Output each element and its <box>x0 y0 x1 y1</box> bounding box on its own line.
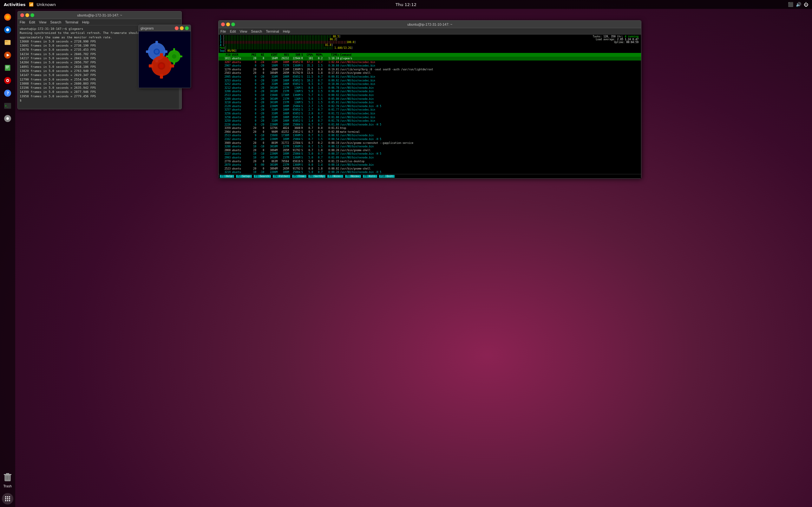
process-row[interactable]: 1811ubuntu200184M2923222944R1010.21:10.2… <box>218 57 641 60</box>
glxgears-close-button[interactable] <box>175 26 179 30</box>
dock-icon-rhythmbox[interactable] <box>2 49 13 61</box>
terminal2-maximize-button[interactable] <box>231 22 235 26</box>
svg-rect-48 <box>149 64 153 67</box>
terminal1-controls <box>20 13 34 17</box>
menu-terminal[interactable]: Terminal <box>65 20 78 24</box>
glxgears-title: glxgears <box>141 26 154 30</box>
process-row[interactable]: 2868ubuntu2003894M285M91792S0.71.80:00.2… <box>218 149 641 153</box>
network-label[interactable]: Unknown <box>37 2 56 7</box>
htop-footer-quit[interactable]: F10Quit <box>379 175 395 178</box>
process-row[interactable]: 3258ubuntu0-20310M106M65052S1.40.70:01.8… <box>218 116 641 119</box>
process-row[interactable]: 2779ubuntu200863M7058465616S5.00.50:01.1… <box>218 160 641 164</box>
dock-icon-help[interactable]: ? <box>2 88 13 99</box>
htop-footer-help[interactable]: F1Help <box>220 175 234 178</box>
htop-tasks: Tasks: 128, 350 thr; 4 running <box>532 35 639 38</box>
process-row[interactable]: 2523ubuntu2003894M265M91792S0.01.80:00.0… <box>218 167 641 171</box>
terminal1-close-button[interactable] <box>20 13 24 17</box>
dock-icon-settings[interactable] <box>2 113 13 124</box>
process-row[interactable]: 3288ubuntu10-103010M237M1360MS0.71.50:00… <box>218 145 641 149</box>
process-row[interactable]: 3359ubuntu2003279648243608R0.70.00:01.61… <box>218 126 641 130</box>
process-row[interactable]: 3257ubuntu0-20310M106M65052S2.70.70:01.7… <box>218 108 641 112</box>
power-icon[interactable]: ⏻ <box>804 2 808 7</box>
process-row[interactable]: 2503ubuntu2003894M285M91792R13.61.80:17.… <box>218 71 641 75</box>
svg-point-34 <box>7 500 8 501</box>
menu-help[interactable]: Help <box>82 20 90 24</box>
trash-icon-container[interactable]: Trash <box>2 471 13 488</box>
htop-footer-sortby[interactable]: F6SortBy <box>308 175 326 178</box>
htop-footer-nice+[interactable]: F8Nice+ <box>345 175 361 178</box>
topbar: Activities 📶 Unknown Thu 12:12 ⬛ 🔊 ⏻ <box>0 0 812 9</box>
menu-view[interactable]: View <box>39 20 47 24</box>
volume-icon[interactable]: 🔊 <box>796 2 801 7</box>
terminal2-minimize-button[interactable] <box>226 22 230 26</box>
htop-footer-nice-[interactable]: F7Nice- <box>327 175 343 178</box>
process-row[interactable]: 3256ubuntu0-20310M106M65052S2.00.70:01.7… <box>218 112 641 116</box>
process-row[interactable]: 2129ubuntu0-202200M109M25004S2.71.50:02.… <box>218 105 641 108</box>
process-row[interactable]: 3208ubuntu0-203010M237M136MS5.81.50:06.4… <box>218 90 641 94</box>
activities-label[interactable]: Activities <box>4 2 26 7</box>
process-row[interactable]: 2995ubuntu0-20310M106M65052S11.50.70:09.… <box>218 75 641 79</box>
menu-edit[interactable]: Edit <box>29 20 35 24</box>
htop-footer-search[interactable]: F3Search <box>254 175 271 178</box>
process-row[interactable]: 3253ubuntu0-20310M106M65052S10.20.70:09.… <box>218 79 641 83</box>
show-apps-button[interactable] <box>2 493 13 504</box>
glxgears-maximize-button[interactable] <box>185 26 189 30</box>
process-row[interactable]: 3219ubuntu10-102200M109M25004S5.00.70:00… <box>218 170 641 174</box>
t2-menu-help[interactable]: Help <box>283 30 290 33</box>
glxgears-svg <box>142 34 187 85</box>
menu-search[interactable]: Search <box>50 20 61 24</box>
process-row[interactable]: 3209ubuntu0-203010M237M136MS5.61.50:05.8… <box>218 97 641 101</box>
htop-footer-tree[interactable]: F5Tree <box>292 175 306 178</box>
topbar-left: Activities 📶 Unknown <box>4 2 56 7</box>
process-row[interactable]: 2993ubuntu10-103010M237M1360MS5.00.70:01… <box>218 156 641 160</box>
cpu-bar-row: 1 [|||||||||||||||||||||||||||||||||||||… <box>220 35 529 38</box>
process-row[interactable]: 3252ubuntu0-20310M106M65052S9.50.70:10.0… <box>218 82 641 86</box>
process-row[interactable]: 3989ubuntu200803M3177222504S0.70.20:00.1… <box>218 141 641 145</box>
dock-icon-software[interactable] <box>2 75 13 86</box>
svg-point-28 <box>7 496 8 498</box>
svg-rect-10 <box>6 67 9 67</box>
t2-menu-edit[interactable]: Edit <box>230 30 236 33</box>
screen-icon[interactable]: ⬛ <box>788 2 793 7</box>
process-row[interactable]: 2079ubuntu0-903010M237M1360MS0.01.40:00.… <box>218 163 641 167</box>
dock-icon-firefox[interactable] <box>2 11 13 23</box>
process-row[interactable]: 3207ubuntu0-24310M106M65052R67.20.71:02.… <box>218 60 641 64</box>
trash-label: Trash <box>2 485 13 488</box>
menu-file[interactable]: File <box>20 20 26 24</box>
process-row[interactable]: 3212ubuntu0-203010M237M136MS8.81.50:06.7… <box>218 86 641 90</box>
t2-menu-search[interactable]: Search <box>251 30 262 33</box>
process-row[interactable]: 3210ubuntu0-203010M237M136MS5.11.50:05.0… <box>218 101 641 105</box>
htop-footer-setup[interactable]: F2Setup <box>236 175 252 178</box>
glxgears-minimize-button[interactable] <box>180 26 184 30</box>
svg-rect-5 <box>5 41 8 42</box>
terminal1-maximize-button[interactable] <box>31 13 34 17</box>
topbar-datetime[interactable]: Thu 12:12 <box>396 2 416 7</box>
svg-rect-9 <box>6 66 9 66</box>
htop-footer: F1HelpF2SetupF3SearchF4FilterF5TreeF6Sor… <box>218 174 641 178</box>
svg-rect-23 <box>6 473 9 474</box>
svg-point-50 <box>159 64 164 68</box>
dock-icon-files[interactable] <box>2 37 13 48</box>
t2-menu-file[interactable]: File <box>220 30 226 33</box>
process-row[interactable]: 2967ubuntu0-20100M737M1360MS35.31.50:30.… <box>218 64 641 68</box>
terminal2-close-button[interactable] <box>221 22 225 26</box>
svg-point-27 <box>5 496 6 498</box>
dock-icon-terminal[interactable]: >_ <box>2 100 13 112</box>
glxgears-titlebar: glxgears <box>139 25 191 32</box>
terminal1-minimize-button[interactable] <box>26 13 29 17</box>
htop-body[interactable]: 1811ubuntu200184M2923222944R1010.21:10.2… <box>218 57 641 174</box>
process-row[interactable]: 2227ubuntu10-102200M109M25004S5.00.70:00… <box>218 152 641 156</box>
process-row[interactable]: 1279ubuntu200108M114M1360MS26.50.80:19.8… <box>218 68 641 72</box>
htop-footer-kill[interactable]: F9Kill <box>363 175 377 178</box>
process-row[interactable]: 2226ubuntu0-202200M109M25004S0.70.70:01.… <box>218 123 641 127</box>
process-row[interactable]: 2904ubuntu200960M4325225012S0.70.30:02.0… <box>218 130 641 134</box>
process-row[interactable]: 2513ubuntu9-10156081736M1360MS0.70.10:00… <box>218 134 641 137</box>
t2-menu-view[interactable]: View <box>240 30 247 33</box>
dock-icon-thunderbird[interactable] <box>2 24 13 36</box>
process-row[interactable]: 2513ubuntu9-10156081736M1360MS5.70.10:00… <box>218 94 641 97</box>
htop-footer-filter[interactable]: F4Filter <box>273 175 290 178</box>
process-row[interactable]: 3259ubuntu0-20310M106M65052S1.40.70:01.7… <box>218 119 641 123</box>
dock-icon-libreoffice[interactable] <box>2 62 13 73</box>
process-row[interactable]: 2162ubuntu0-202200M109M25004S0.71.50:00.… <box>218 137 641 141</box>
t2-menu-terminal[interactable]: Terminal <box>266 30 279 33</box>
